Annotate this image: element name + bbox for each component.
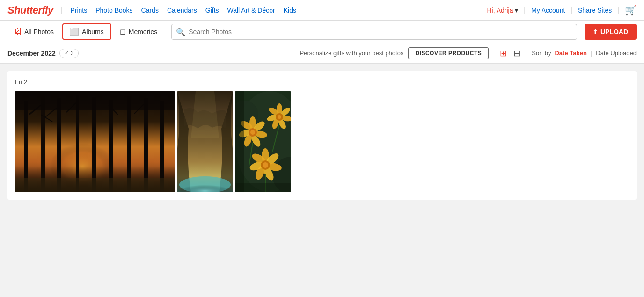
upload-label: UPLOAD [600,28,628,36]
greeting-text: Hi, Adrija ▾ [487,7,518,14]
nav-link-kids[interactable]: Kids [284,7,296,14]
grid-large-view-button[interactable]: ⊞ [498,46,509,60]
nav-link-gifts[interactable]: Gifts [205,7,219,14]
nav-link-cards[interactable]: Cards [141,7,159,14]
svg-rect-60 [235,91,244,192]
date-group-label: Fri 2 [15,79,629,86]
nav-right: Hi, Adrija ▾ | My Account | Share Sites … [487,5,637,16]
grid-large-icon: ⊞ [500,49,507,58]
all-photos-label: All Photos [24,28,54,36]
photo-toolbar: December 2022 ✓ 3 Personalize gifts with… [0,43,644,64]
memories-button[interactable]: ◻ Memories [113,24,164,39]
nav-divider: | [61,5,63,15]
main-content: Fri 2 [0,64,644,207]
svg-point-56 [263,162,268,168]
nav-links: Prints Photo Books Cards Calendars Gifts… [70,7,487,14]
photo-cave[interactable] [177,91,233,192]
nav-link-calendars[interactable]: Calendars [167,7,197,14]
date-group: December 2022 [7,50,56,57]
search-wrapper: 🔍 [171,24,577,40]
albums-icon: ⬜ [70,27,79,36]
grid-small-view-button[interactable]: ⊟ [512,46,522,60]
discover-products-button[interactable]: DISCOVER PRODUCTS [408,47,489,59]
svg-rect-22 [179,180,231,192]
albums-button[interactable]: ⬜ Albums [62,23,111,40]
svg-rect-19 [15,178,175,192]
nav-link-prints[interactable]: Prints [70,7,87,14]
search-input[interactable] [171,24,577,40]
selection-count-badge: ✓ 3 [59,49,79,58]
sort-label: Sort by [532,50,551,57]
svg-point-36 [250,130,255,135]
check-icon: ✓ [65,50,69,56]
brand-logo[interactable]: Shutterfly [7,4,53,16]
svg-point-46 [278,115,281,119]
photo-flowers[interactable] [235,91,291,192]
cart-icon[interactable]: 🛒 [625,5,637,16]
svg-rect-18 [15,91,175,110]
grid-small-icon: ⊟ [513,49,520,58]
photos-grid [15,91,629,192]
top-navigation: Shutterfly | Prints Photo Books Cards Ca… [0,0,644,21]
all-photos-button[interactable]: 🖼 All Photos [7,25,60,39]
svg-rect-62 [235,183,291,192]
photos-section: Fri 2 [7,71,637,200]
upload-icon: ⬆ [593,29,598,35]
sort-date-uploaded[interactable]: Date Uploaded [596,50,637,57]
view-toggle-group: ⊞ ⊟ [498,46,522,60]
share-sites-link[interactable]: Share Sites [578,7,612,14]
memories-label: Memories [129,28,157,36]
sort-date-taken[interactable]: Date Taken [555,50,586,57]
forest-photo-image [15,91,175,192]
photos-icon: 🖼 [14,28,22,36]
nav-link-wall-art[interactable]: Wall Art & Décor [227,7,275,14]
memories-icon: ◻ [120,27,126,36]
sub-navigation: 🖼 All Photos ⬜ Albums ◻ Memories 🔍 ⬆ UPL… [0,21,644,43]
sort-section: Sort by Date Taken | Date Uploaded [532,50,637,57]
search-icon: 🔍 [176,27,185,36]
personalize-text: Personalize gifts with your best photos [300,50,404,57]
cave-photo-image [177,91,233,192]
my-account-link[interactable]: My Account [531,7,565,14]
albums-label: Albums [82,28,104,36]
photo-forest[interactable] [15,91,175,192]
flowers-photo-image [235,91,291,192]
nav-link-photo-books[interactable]: Photo Books [95,7,132,14]
count-value: 3 [71,50,74,57]
upload-button[interactable]: ⬆ UPLOAD [585,24,637,40]
